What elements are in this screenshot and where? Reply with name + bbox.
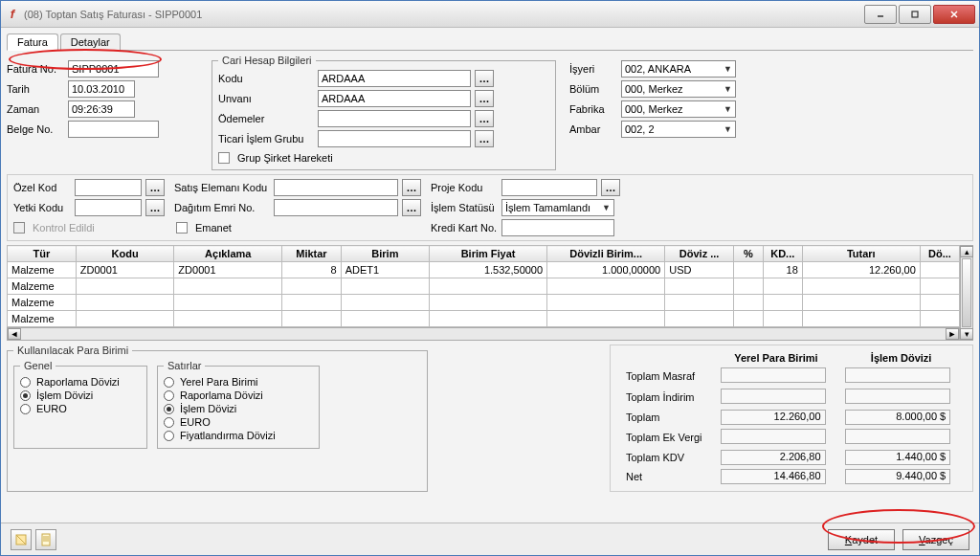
input-satis-eleman[interactable] [274,179,398,196]
input-zaman[interactable] [68,100,135,118]
input-ozel-kod[interactable] [75,179,142,196]
grid-header[interactable]: Dö... [920,246,959,262]
input-proje-kodu[interactable] [501,179,597,196]
grid-hscroll[interactable]: ◄ ► [7,327,960,341]
input-cari-unvani[interactable] [318,90,471,107]
totals-value-ypb: 12.260,00 [721,410,826,425]
cancel-button[interactable]: Vazgeç [902,529,969,550]
tab-strip: Fatura Detaylar [7,32,973,51]
input-tig[interactable] [318,130,471,147]
radio-genel[interactable]: Raporlama Dövizi [20,375,141,389]
combo-bolum[interactable]: 000, Merkez▼ [621,80,736,98]
label-ozel-kod: Özel Kod [13,182,71,193]
grid-header[interactable]: Tutarı [802,246,920,262]
table-row[interactable]: Malzeme [8,295,960,311]
tab-detaylar[interactable]: Detaylar [60,33,121,50]
radio-satirlar[interactable]: İşlem Dövizi [164,402,313,415]
label-fabrika: Fabrika [569,103,617,115]
grid-header[interactable]: KD... [763,246,802,262]
totals-row-label: Toplam KDV [620,449,713,466]
lookup-cari-unvani[interactable]: … [475,90,494,107]
chevron-down-icon: ▼ [602,203,611,212]
input-fatura-no[interactable] [68,60,159,78]
scroll-down-icon[interactable]: ▾ [960,328,973,340]
radio-label: Raporlama Dövizi [36,376,120,388]
chevron-down-icon: ▼ [724,64,732,74]
totals-row-label: Toplam Masraf [620,367,713,386]
combo-fabrika[interactable]: 000, Merkez▼ [621,100,736,118]
radio-satirlar[interactable]: Raporlama Dövizi [164,389,313,402]
window-buttons [862,5,975,24]
lookup-proje-kodu[interactable]: … [601,179,620,196]
totals-value-idv: 1.440,00 $ [845,450,950,465]
header-area: Fatura No. Tarih Zaman Belge No. [7,55,973,170]
grid-header[interactable]: Birim [341,246,429,262]
legend-currency: Kullanılacak Para Birimi [13,345,132,356]
table-row[interactable]: Malzeme [8,311,960,327]
radio-icon [20,404,31,414]
checkbox-emanet[interactable] [176,222,188,234]
table-row[interactable]: Malzeme [8,278,960,295]
input-tarih[interactable] [68,80,135,98]
grid-header[interactable]: Açıklama [174,246,282,262]
table-row[interactable]: MalzemeZD0001ZD00018ADET11.532,500001.00… [8,262,960,278]
legend-genel: Genel [20,360,56,371]
totals-col2-header: İşlem Dövizi [839,351,963,365]
svg-rect-1 [912,11,918,17]
scroll-right-icon[interactable]: ► [946,328,959,340]
line-grid[interactable]: TürKoduAçıklamaMiktarBirimBirim FiyatDöv… [7,245,960,327]
grid-header[interactable]: % [733,246,763,262]
lookup-satis-eleman[interactable]: … [402,179,421,196]
label-emanet: Emanet [195,222,232,234]
save-button[interactable]: Kaydet [828,529,895,550]
label-grup-sirket: Grup Şirket Hareketi [237,152,333,164]
grid-header[interactable]: Birim Fiyat [430,246,547,262]
totals-row-label: Toplam İndirim [620,388,713,407]
currency-panel: Kullanılacak Para Birimi Genel Raporlama… [7,345,428,492]
grid-header[interactable]: Kodu [76,246,174,262]
scroll-up-icon[interactable]: ▴ [960,246,973,257]
radio-satirlar[interactable]: Yerel Para Birimi [164,375,313,389]
lookup-yetki-kodu[interactable]: … [145,199,165,216]
combo-isyeri[interactable]: 002, ANKARA▼ [621,60,736,78]
note-icon-button[interactable] [11,529,32,550]
input-kredi-kart[interactable] [501,219,614,236]
scroll-left-icon[interactable]: ◄ [8,328,21,340]
combo-ambar[interactable]: 002, 2▼ [621,121,736,138]
close-button[interactable] [933,5,975,24]
input-dagitim-emri[interactable] [274,199,398,216]
totals-row-label: Toplam Ek Vergi [620,428,713,447]
input-cari-kodu[interactable] [318,70,471,87]
lookup-odemeler[interactable]: … [475,110,494,127]
radio-genel[interactable]: İşlem Dövizi [20,389,141,402]
radio-genel[interactable]: EURO [20,402,141,415]
radio-satirlar[interactable]: Fiyatlandırma Dövizi [164,429,313,442]
grid-header[interactable]: Miktar [282,246,342,262]
label-isyeri: İşyeri [569,63,617,75]
lookup-dagitim-emri[interactable]: … [402,199,421,216]
doc-icon-button[interactable] [35,529,56,550]
input-yetki-kodu[interactable] [75,199,142,216]
grid-header[interactable]: Tür [8,246,77,262]
grid-vscroll[interactable]: ▴ ▾ [960,245,973,341]
totals-col1-header: Yerel Para Birimi [715,351,838,365]
lookup-ozel-kod[interactable]: … [145,179,165,196]
svg-rect-6 [42,534,50,545]
tab-fatura[interactable]: Fatura [7,33,58,51]
grid-header[interactable]: Döviz ... [665,246,734,262]
radio-satirlar[interactable]: EURO [164,415,313,429]
app-window: f (08) Toptan Satış Faturası - SIPP0001 … [0,0,980,556]
input-belge-no[interactable] [68,121,159,138]
lookup-tig[interactable]: … [475,130,494,147]
checkbox-grup-sirket[interactable] [218,152,230,164]
grid-header[interactable]: Dövizli Birim... [547,246,665,262]
maximize-button[interactable] [899,5,931,24]
input-odemeler[interactable] [318,110,471,127]
line-grid-wrap: TürKoduAçıklamaMiktarBirimBirim FiyatDöv… [7,245,973,341]
label-belge-no: Belge No. [7,123,64,135]
label-cari-unvani: Unvanı [218,93,314,104]
combo-islem-statusu[interactable]: İşlem Tamamlandı▼ [501,199,614,216]
lookup-cari-kodu[interactable]: … [475,70,494,87]
label-zaman: Zaman [7,103,64,115]
minimize-button[interactable] [864,5,897,24]
